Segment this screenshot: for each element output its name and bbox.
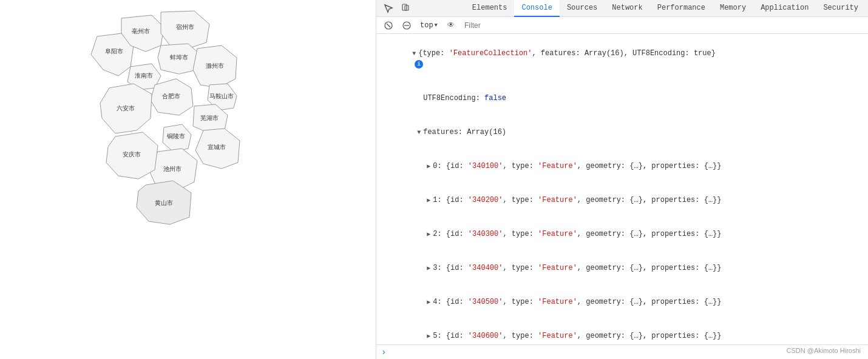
svg-text:宣城市: 宣城市 [208,144,226,151]
expand-root[interactable] [412,49,418,58]
eye-icon[interactable]: 👁 [444,18,458,33]
console-toolbar: top ▼ 👁 [376,17,868,34]
tab-console[interactable]: Console [514,0,559,17]
console-content[interactable]: {type: 'FeatureCollection', features: Ar… [376,34,868,344]
expand-item4[interactable] [427,298,433,307]
svg-text:蚌埠市: 蚌埠市 [170,54,188,61]
expand-item1[interactable] [427,196,433,205]
console-prompt: › [381,347,386,357]
tab-memory[interactable]: Memory [713,0,753,17]
device-icon[interactable] [398,1,413,16]
chevron-down-icon: ▼ [435,22,438,29]
svg-text:合肥市: 合肥市 [162,93,180,100]
tab-performance[interactable]: Performance [650,0,713,17]
context-selector[interactable]: top ▼ [418,20,440,31]
filter-input[interactable] [462,20,863,31]
expand-item3[interactable] [427,264,433,273]
svg-line-18 [387,24,390,27]
tab-application[interactable]: Application [753,0,816,17]
expand-features[interactable] [417,128,423,137]
svg-text:马鞍山市: 马鞍山市 [209,93,234,100]
svg-text:淮南市: 淮南市 [135,72,153,79]
info-icon[interactable]: i [415,60,423,69]
tab-security[interactable]: Security [816,0,866,17]
expand-item2[interactable] [427,230,433,239]
expand-item0[interactable] [427,162,433,171]
block-icon[interactable] [399,18,414,33]
svg-text:滁州市: 滁州市 [206,62,224,70]
svg-text:黄山市: 黄山市 [155,200,173,207]
tab-elements[interactable]: Elements [465,0,515,17]
svg-text:阜阳市: 阜阳市 [105,48,123,55]
utf8-encoding-line: UTF8Encoding: false [376,81,868,115]
devtools-icons [379,1,415,16]
empty-arrow [417,94,423,103]
map-panel: 阜阳市 亳州市 宿州市 淮南市 蚌埠市 滁州市 合肥市 六安市 马鞍山市 芜湖市… [0,0,376,359]
features-line: features: Array(16) [376,115,868,149]
item-4: 4: {id: '340500', type: 'Feature', geome… [376,285,868,319]
item-3: 3: {id: '340400', type: 'Feature', geome… [376,251,868,285]
svg-text:芜湖市: 芜湖市 [200,115,219,122]
svg-text:安庆市: 安庆市 [123,151,141,158]
watermark: CSDN @Akimoto Hiroshi [787,347,861,354]
inspect-icon[interactable] [381,1,396,16]
svg-text:六安市: 六安市 [117,105,135,112]
svg-text:宿州市: 宿州市 [176,24,194,31]
svg-text:亳州市: 亳州市 [132,28,150,35]
tab-sources[interactable]: Sources [560,0,605,17]
devtools-tab-bar: Elements Console Sources Network Perform… [376,0,868,17]
item-1: 1: {id: '340200', type: 'Feature', geome… [376,183,868,217]
item-0: 0: {id: '340100', type: 'Feature', geome… [376,149,868,183]
clear-console-icon[interactable] [381,18,396,33]
console-root-line: {type: 'FeatureCollection', features: Ar… [376,36,868,81]
svg-text:铜陵市: 铜陵市 [166,133,185,140]
tab-network[interactable]: Network [605,0,649,17]
devtools-panel: Elements Console Sources Network Perform… [376,0,868,359]
item-5: 5: {id: '340600', type: 'Feature', geome… [376,319,868,344]
svg-text:池州市: 池州市 [163,166,181,173]
item-2: 2: {id: '340300', type: 'Feature', geome… [376,217,868,251]
expand-item5[interactable] [427,332,433,341]
